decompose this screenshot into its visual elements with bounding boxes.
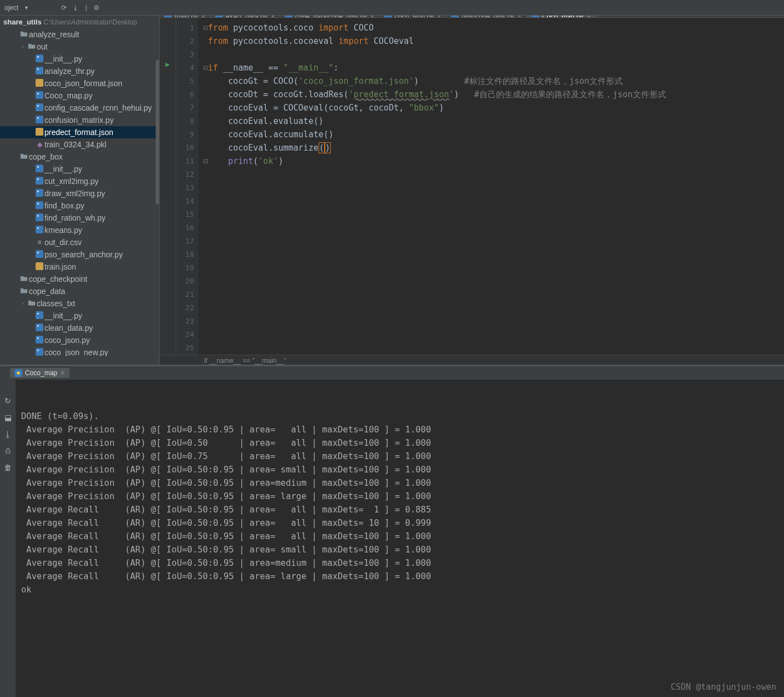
run-panel: Coco_map ✕ ↻ ⬓ ⭳ ⎙ 🗑 DONE (t=0.09s). Ave… <box>0 365 784 697</box>
trash-icon[interactable]: 🗑 <box>4 463 12 472</box>
console-line: Average Precision (AP) @[ IoU=0.50 | are… <box>21 436 784 450</box>
editor-tab[interactable]: Coco_map.py✕ <box>527 16 596 17</box>
py-icon <box>34 163 44 175</box>
svg-point-32 <box>37 337 39 339</box>
tree-item[interactable]: draw_xml2img.py <box>0 187 159 200</box>
tree-item-label: coco_json_new.py <box>44 346 108 356</box>
chevron-right-icon[interactable]: › <box>19 41 27 53</box>
run-marker-icon[interactable]: ▶ <box>160 60 176 68</box>
tree-item-label: coco_json.py <box>44 334 90 346</box>
editor-tab[interactable]: main.py✕ <box>160 16 211 17</box>
tree-item[interactable]: coco_json_format.json <box>0 77 159 89</box>
svg-point-25 <box>37 252 39 253</box>
project-root-label: share_utils <box>3 18 42 26</box>
tree-item[interactable]: train.json <box>0 261 159 273</box>
run-tab[interactable]: Coco_map ✕ <box>10 368 70 378</box>
project-root-path: C:\Users\Administrator\Desktop <box>43 18 137 26</box>
close-icon[interactable]: ✕ <box>60 370 65 377</box>
watermark: CSDN @tangjunjun-owen <box>671 680 776 694</box>
tree-item[interactable]: cope_data <box>0 285 159 297</box>
tree-item-label: predect_format.json <box>44 126 113 138</box>
tree-item[interactable]: pso_search_anchor.py <box>0 248 159 261</box>
svg-rect-16 <box>36 189 43 197</box>
svg-point-15 <box>37 178 39 180</box>
tree-item[interactable]: __init__.py <box>0 163 159 175</box>
gear-icon[interactable]: ⚙ <box>93 4 100 12</box>
svg-rect-14 <box>36 177 43 185</box>
tree-item-label: train_0324_34.pkl <box>44 138 106 151</box>
py-icon <box>34 187 44 200</box>
console-line: Average Recall (AR) @[ IoU=0.50:0.95 | a… <box>21 543 784 556</box>
scrollbar-vertical[interactable] <box>156 60 159 205</box>
py-icon <box>34 200 44 212</box>
svg-rect-11 <box>36 128 43 136</box>
divide-icon[interactable]: ∣ <box>85 4 88 12</box>
svg-rect-29 <box>36 323 43 331</box>
tree-item[interactable]: cope_checkpoint <box>0 273 159 285</box>
breadcrumb[interactable]: if __name__ == "__main__" <box>160 355 784 365</box>
tree-item[interactable]: cope_box <box>0 151 159 163</box>
console-output[interactable]: DONE (t=0.09s). Average Precision (AP) @… <box>16 380 784 697</box>
print-icon[interactable]: ⎙ <box>6 446 10 455</box>
download-icon[interactable]: ⭳ <box>72 4 79 12</box>
tree-item[interactable]: ≡out_dir.csv <box>0 236 159 248</box>
editor-tab[interactable]: coco_json.py✕ <box>380 16 446 17</box>
tree-item[interactable]: predect_format.json <box>0 126 159 138</box>
line-number-gutter: 1234567891011121314151617181920212223242… <box>176 18 199 355</box>
svg-rect-12 <box>36 165 43 172</box>
console-line: Average Recall (AR) @[ IoU=0.50:0.95 | a… <box>21 503 784 516</box>
project-tree[interactable]: analyze_result›out__init__.pyanalyze_thr… <box>0 28 159 356</box>
tree-item[interactable]: clean_data.py <box>0 322 159 334</box>
svg-rect-42 <box>17 371 19 374</box>
tree-item[interactable]: ◆train_0324_34.pkl <box>0 138 159 151</box>
py-icon <box>34 322 44 334</box>
tree-item[interactable]: find_box.py <box>0 200 159 212</box>
code-editor[interactable]: ⊟from pycocotools.coco import COCO from … <box>199 18 784 355</box>
console-line: DONE (t=0.09s). <box>21 410 784 423</box>
tree-item[interactable]: coco_json_new.py <box>0 346 159 356</box>
tree-item-label: cut_xml2img.py <box>44 175 98 187</box>
tree-item[interactable]: __init__.py <box>0 53 159 65</box>
editor-tab[interactable]: cope_data\cope_utils.py✕ <box>280 16 380 17</box>
svg-rect-5 <box>36 91 43 99</box>
chevron-down-icon[interactable]: ▾ <box>25 4 28 11</box>
tree-item[interactable]: confusion_matrix.py <box>0 114 159 126</box>
tree-item[interactable]: Coco_map.py <box>0 89 159 102</box>
py-icon <box>34 114 44 126</box>
py-icon <box>34 53 44 65</box>
tree-item[interactable]: analyze_thr.py <box>0 65 159 77</box>
tree-item[interactable]: __init__.py <box>0 310 159 322</box>
tree-item[interactable]: find_ration_wh.py <box>0 212 159 224</box>
stop-icon[interactable]: ⬓ <box>4 413 12 422</box>
run-tab-label: Coco_map <box>25 369 57 377</box>
svg-point-23 <box>37 227 39 229</box>
console-line: Average Recall (AR) @[ IoU=0.50:0.95 | a… <box>21 556 784 570</box>
svg-point-8 <box>37 105 39 107</box>
tree-item[interactable]: ›classes_txt <box>0 297 159 310</box>
run-toolbar: ↻ ⬓ ⭳ ⎙ 🗑 <box>0 380 16 697</box>
tree-item[interactable]: ›out <box>0 41 159 53</box>
sync-icon[interactable]: ⟳ <box>61 4 67 12</box>
svg-point-28 <box>37 313 39 315</box>
project-root[interactable]: share_utils C:\Users\Administrator\Deskt… <box>0 16 159 28</box>
editor-tab[interactable]: utils\cope_utils.py✕ <box>446 16 527 17</box>
tree-item-label: config_cascade_rcnn_hehui.py <box>44 102 152 114</box>
folder-icon <box>19 285 29 297</box>
svg-rect-0 <box>36 54 43 62</box>
rerun-icon[interactable]: ↻ <box>4 396 11 405</box>
tree-item-label: train.json <box>44 261 76 273</box>
py-icon <box>34 310 44 322</box>
tree-item[interactable]: coco_json.py <box>0 334 159 346</box>
tree-item[interactable]: analyze_result <box>0 28 159 41</box>
editor-tab[interactable]: exact_data.py✕ <box>211 16 280 17</box>
tree-item[interactable]: cut_xml2img.py <box>0 175 159 187</box>
svg-point-10 <box>37 117 39 119</box>
console-line: ok <box>21 583 784 596</box>
tree-item[interactable]: config_cascade_rcnn_hehui.py <box>0 102 159 114</box>
svg-rect-4 <box>36 79 43 87</box>
svg-point-1 <box>37 56 39 58</box>
console-line: Average Recall (AR) @[ IoU=0.50:0.95 | a… <box>21 530 784 543</box>
down-icon[interactable]: ⭳ <box>4 430 12 439</box>
chevron-right-icon[interactable]: › <box>19 297 27 310</box>
tree-item[interactable]: kmeans.py <box>0 224 159 236</box>
